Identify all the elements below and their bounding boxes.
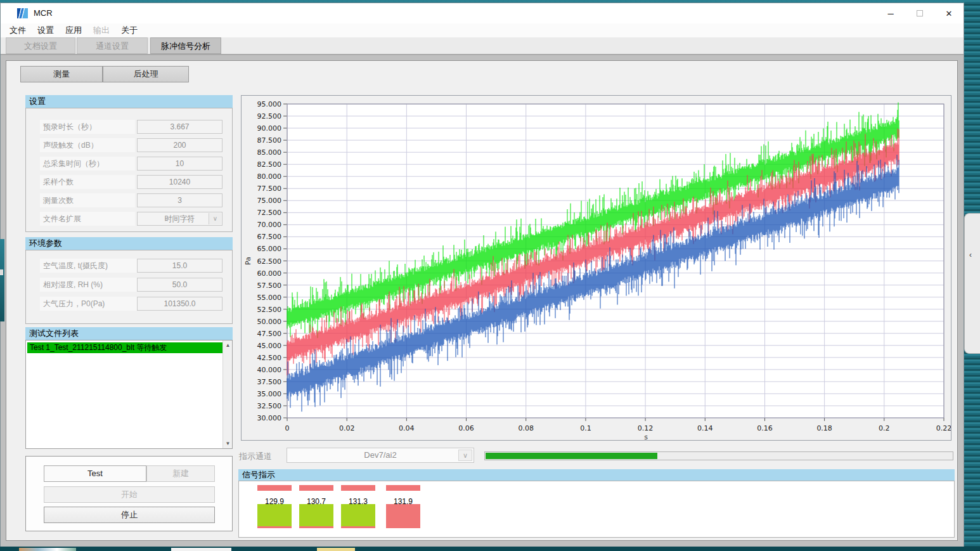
svg-text:75.000: 75.000 (257, 197, 282, 205)
app-window: MCR ─ ✕ 文件设置应用输出关于 文档设置通道设置脉冲信号分析 测量 后处理… (0, 3, 964, 547)
taskbar-edge (0, 547, 980, 551)
title-bar[interactable]: MCR ─ ✕ (1, 3, 964, 23)
field-value[interactable]: 50.0 (137, 278, 222, 292)
tab-通道设置[interactable]: 通道设置 (77, 37, 148, 54)
menu-item-关于[interactable]: 关于 (115, 23, 143, 37)
chevron-down-icon: ∨ (458, 450, 472, 461)
svg-text:57.500: 57.500 (257, 282, 282, 290)
indicator-channel-label: 指示通道 (239, 451, 272, 462)
svg-text:72.500: 72.500 (257, 209, 282, 217)
svg-text:0.1: 0.1 (580, 424, 591, 432)
control-box: Test 新建 开始 停止 (25, 456, 233, 531)
field-value[interactable]: 200 (137, 138, 222, 152)
test-name-field[interactable]: Test (44, 465, 146, 482)
svg-text:37.500: 37.500 (257, 378, 282, 386)
file-list-scrollbar[interactable]: ▲ ▼ (222, 340, 232, 448)
measure-button[interactable]: 测量 (20, 66, 103, 82)
indicator-channel-dropdown[interactable]: Dev7/ai2 ∨ (287, 448, 474, 463)
file-list-header: 测试文件列表 (25, 327, 233, 340)
svg-text:55.000: 55.000 (257, 294, 282, 302)
svg-text:32.500: 32.500 (257, 402, 282, 410)
svg-text:47.500: 47.500 (257, 330, 282, 338)
svg-text:0.02: 0.02 (339, 424, 355, 432)
file-list-item[interactable]: Test 1_Test_211215114800_blt 等待触发 (27, 342, 222, 353)
svg-text:0.18: 0.18 (816, 424, 832, 432)
field-value[interactable]: 3 (137, 193, 222, 207)
taskbar-icon-fragment[interactable] (317, 548, 355, 551)
svg-text:0.04: 0.04 (399, 424, 415, 432)
scroll-up-icon[interactable]: ▲ (223, 340, 233, 350)
close-button[interactable]: ✕ (934, 3, 964, 23)
acquisition-progressbar (484, 451, 953, 460)
maximize-button[interactable] (905, 3, 934, 23)
signal-peak-bar (386, 485, 420, 491)
field-label: 空气温度, t(摄氏度) (40, 259, 146, 273)
field-label: 采样个数 (40, 175, 135, 189)
side-panel-handle[interactable]: ‹ (964, 213, 980, 354)
taskbar-icon-fragment[interactable] (171, 548, 231, 551)
tab-bar: 文档设置通道设置脉冲信号分析 (1, 37, 964, 55)
svg-text:87.500: 87.500 (257, 136, 282, 145)
tab-文档设置[interactable]: 文档设置 (6, 37, 75, 54)
field-value[interactable]: 时间字符∨ (137, 212, 222, 226)
svg-text:85.000: 85.000 (257, 148, 282, 157)
chevron-down-icon: ∨ (209, 213, 221, 224)
file-list[interactable]: ▲ ▼ Test 1_Test_211215114800_blt 等待触发 (25, 340, 233, 449)
svg-text:45.000: 45.000 (257, 342, 282, 350)
new-button[interactable]: 新建 (146, 465, 215, 482)
field-label: 声级触发（dB） (40, 138, 135, 152)
field-label: 预录时长（秒） (40, 120, 135, 134)
menu-item-输出[interactable]: 输出 (87, 23, 115, 37)
svg-text:80.000: 80.000 (257, 172, 282, 181)
field-value[interactable]: 15.0 (137, 259, 222, 273)
menu-item-应用[interactable]: 应用 (60, 23, 87, 37)
svg-text:35.000: 35.000 (257, 390, 282, 398)
settings-header: 设置 (25, 95, 233, 108)
stop-button[interactable]: 停止 (44, 507, 215, 523)
signal-panel: 129.9130.7131.3131.9 (238, 481, 955, 538)
field-value[interactable]: 10 (137, 157, 222, 171)
svg-text:77.500: 77.500 (257, 185, 282, 193)
svg-text:40.000: 40.000 (257, 366, 282, 374)
taskbar-icon-fragment[interactable] (19, 548, 76, 551)
svg-text:0.08: 0.08 (518, 424, 534, 432)
field-label: 相对湿度, RH (%) (40, 278, 146, 292)
signal-level-box (257, 504, 292, 528)
maximize-icon (917, 10, 923, 16)
svg-text:0.22: 0.22 (936, 424, 951, 432)
app-icon (17, 8, 28, 18)
menu-item-设置[interactable]: 设置 (32, 23, 60, 37)
svg-text:0.16: 0.16 (757, 424, 773, 432)
signal-peak-bar (299, 485, 333, 491)
field-label: 测量次数 (40, 193, 135, 207)
svg-text:62.500: 62.500 (257, 257, 282, 266)
environment-panel: 空气温度, t(摄氏度)15.0相对湿度, RH (%)50.0大气压力，P0(… (25, 250, 233, 324)
svg-text:Pa: Pa (244, 257, 252, 265)
field-label: 大气压力，P0(Pa) (40, 297, 146, 311)
postprocess-button[interactable]: 后处理 (103, 66, 189, 82)
signal-level-box (386, 504, 420, 528)
progressbar-fill (486, 453, 657, 459)
svg-text:0: 0 (285, 424, 290, 432)
svg-text:52.500: 52.500 (257, 306, 282, 314)
content-area: 测量 后处理 设置 预录时长（秒）3.667声级触发（dB）200总采集时间（秒… (1, 55, 964, 547)
tab-脉冲信号分析[interactable]: 脉冲信号分析 (150, 37, 221, 54)
scroll-down-icon[interactable]: ▼ (223, 439, 233, 448)
field-value[interactable]: 101350.0 (137, 297, 222, 311)
field-value[interactable]: 3.667 (137, 120, 222, 134)
window-title: MCR (34, 8, 53, 18)
signal-level-box (341, 504, 375, 528)
signal-level-box (299, 504, 333, 528)
start-button[interactable]: 开始 (44, 486, 215, 503)
svg-text:0.14: 0.14 (697, 424, 713, 432)
signal-peak-bar (341, 485, 375, 491)
signal-panel-header: 信号指示 (238, 469, 955, 481)
svg-text:30.000: 30.000 (257, 414, 282, 422)
desktop-left-edge (0, 239, 4, 321)
field-value[interactable]: 10240 (137, 175, 222, 189)
svg-text:50.000: 50.000 (257, 318, 282, 326)
main-frame: 测量 后处理 设置 预录时长（秒）3.667声级触发（dB）200总采集时间（秒… (6, 60, 958, 541)
svg-text:0.06: 0.06 (458, 424, 474, 432)
minimize-button[interactable]: ─ (876, 3, 905, 23)
menu-item-文件[interactable]: 文件 (4, 23, 32, 37)
